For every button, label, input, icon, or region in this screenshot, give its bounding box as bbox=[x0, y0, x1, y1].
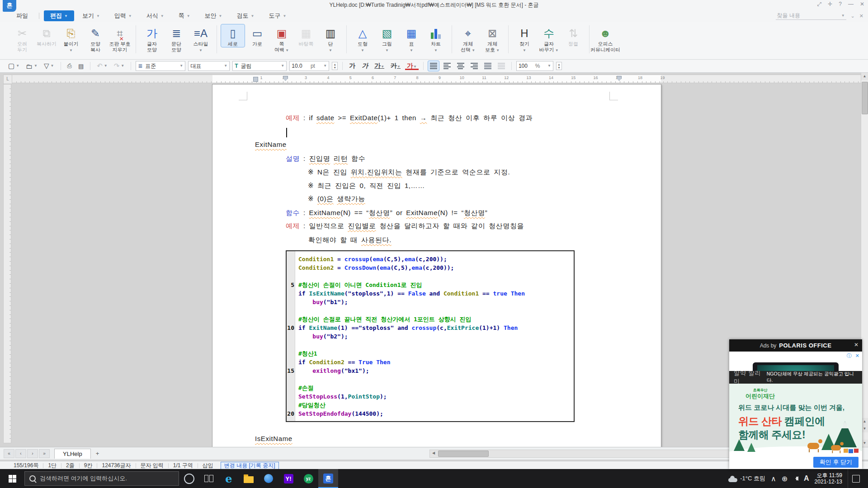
page-portrait-button[interactable]: ▯세로 bbox=[221, 24, 245, 47]
ribbon-collapse-icon[interactable]: ⌄ bbox=[851, 13, 855, 19]
font-size-stepper[interactable]: ▲▼ bbox=[332, 62, 338, 70]
preview-button[interactable]: ▤ bbox=[76, 62, 85, 70]
align-center-button[interactable] bbox=[455, 61, 466, 71]
vertical-scroll-thumb[interactable] bbox=[862, 82, 868, 114]
prev-page-button[interactable]: ▲ bbox=[861, 418, 868, 425]
taskbar-app-file-explorer[interactable] bbox=[239, 469, 259, 488]
start-button[interactable] bbox=[0, 469, 24, 488]
table-button[interactable]: ▦표 ▼ bbox=[400, 24, 423, 53]
first-page-button[interactable]: « bbox=[4, 449, 14, 458]
align-right-button[interactable] bbox=[469, 61, 480, 71]
horizontal-scroll-thumb[interactable] bbox=[438, 450, 489, 457]
last-page-button[interactable]: » bbox=[39, 449, 50, 458]
cut-button[interactable]: ✂오려두기 bbox=[10, 24, 34, 53]
save-button[interactable]: ▽▼ bbox=[42, 61, 56, 71]
menu-item-서식[interactable]: 서식▼ bbox=[140, 10, 170, 21]
menu-item-보안[interactable]: 보안▼ bbox=[198, 10, 229, 21]
undo-button[interactable]: ↶▼ bbox=[95, 61, 109, 71]
italic-button[interactable]: 가 bbox=[360, 62, 370, 70]
copy-format-button[interactable]: ✎모양복사 bbox=[84, 24, 107, 53]
align-left-button[interactable] bbox=[442, 61, 453, 71]
ad-product-image[interactable] bbox=[729, 360, 862, 371]
ad-close-icon[interactable]: ✕ bbox=[854, 342, 859, 348]
bold-button[interactable]: 가 bbox=[347, 62, 357, 70]
document-tab-ylhelp[interactable]: YLHelp bbox=[54, 449, 91, 459]
next-page-button[interactable]: › bbox=[27, 449, 38, 458]
cortana-button[interactable] bbox=[179, 469, 199, 488]
menu-item-검토[interactable]: 검토▼ bbox=[231, 10, 261, 21]
char-shape-button[interactable]: 가글자모양 bbox=[140, 24, 164, 53]
tab-stop-corner[interactable]: L bbox=[3, 75, 12, 84]
help-icon[interactable]: ? bbox=[839, 1, 842, 7]
open-document-button[interactable]: 🗀▼ bbox=[24, 61, 39, 71]
print-button[interactable]: ⎙ bbox=[66, 61, 74, 70]
align-justify-button[interactable] bbox=[428, 61, 439, 71]
menu-item-쪽[interactable]: 쪽▼ bbox=[172, 10, 197, 21]
style-button[interactable]: ≡A스타일 ▼ bbox=[189, 24, 212, 53]
office-communicator-button[interactable]: ☻오피스커뮤니케이터 bbox=[594, 24, 617, 53]
scroll-left-button[interactable]: ◀ bbox=[430, 450, 437, 456]
menu-item-보기[interactable]: 보기▼ bbox=[76, 10, 106, 21]
scroll-up-button[interactable]: ▲ bbox=[861, 73, 868, 80]
add-tab-button[interactable]: + bbox=[93, 449, 103, 458]
confirm-close-button[interactable]: 확인 후 닫기 bbox=[813, 457, 859, 468]
find-button[interactable]: H찾기 ▼ bbox=[513, 24, 536, 53]
strikethrough-button[interactable]: 가▼ bbox=[389, 62, 402, 70]
columns-button[interactable]: ▥단 ▼ bbox=[319, 24, 342, 53]
replace-char-button[interactable]: 수글자바꾸기 ▼ bbox=[537, 24, 561, 53]
hwp-app-logo[interactable]: 흔 bbox=[3, 0, 16, 12]
tray-expand-chevron[interactable]: ∧ bbox=[771, 474, 776, 483]
align-distribute-button[interactable] bbox=[482, 61, 493, 71]
new-document-button[interactable]: ▢▼ bbox=[6, 61, 21, 71]
taskbar-app-hangul[interactable]: 흔 bbox=[318, 469, 338, 488]
minimize-icon[interactable]: — bbox=[848, 1, 854, 7]
taskbar-clock[interactable]: 오후 11:59 2021-12-13 bbox=[815, 472, 842, 485]
background-page-button[interactable]: ▦바탕쪽 bbox=[294, 24, 318, 47]
prev-page-button[interactable]: ‹ bbox=[15, 449, 26, 458]
vertical-ruler[interactable] bbox=[3, 84, 11, 443]
network-icon[interactable]: ⊕ bbox=[782, 474, 788, 483]
document-close-icon[interactable]: ✕ bbox=[859, 13, 863, 19]
font-select[interactable]: T 굴림 ▼ bbox=[232, 61, 287, 71]
font-size-select[interactable]: 10.0 pt ▼ bbox=[289, 61, 329, 71]
shape-button[interactable]: △도형 ▼ bbox=[351, 24, 374, 53]
taskbar-app-yestrader[interactable]: yz bbox=[298, 469, 318, 488]
sort-button[interactable]: ⇅정렬 bbox=[561, 24, 585, 47]
quick-find-input[interactable]: 찾을 내용 ▼ bbox=[776, 12, 846, 20]
underline-button[interactable]: 가▼ bbox=[373, 62, 386, 70]
taskbar-app-yahoo[interactable]: Y! bbox=[278, 469, 298, 488]
action-center-button[interactable] bbox=[848, 469, 863, 488]
code-example-box[interactable]: Condition1 = crossup(ema(C,5),ema(c,200)… bbox=[286, 250, 575, 422]
taskbar-app-edge[interactable]: e bbox=[219, 469, 239, 488]
menu-item-입력[interactable]: 입력▼ bbox=[108, 10, 138, 21]
taskbar-app-browser[interactable] bbox=[259, 469, 278, 488]
paragraph-style-select[interactable]: ≣ 표준 ▼ bbox=[136, 61, 185, 71]
input-language-indicator[interactable]: A bbox=[804, 474, 809, 483]
chevron-down-icon[interactable]: ▼ bbox=[841, 14, 845, 18]
object-protect-button[interactable]: ⊠개체보호 ▼ bbox=[481, 24, 504, 53]
fullscreen-icon[interactable]: ⤢ bbox=[817, 1, 822, 7]
menu-item-편집[interactable]: 편집▼ bbox=[44, 10, 74, 21]
next-page-button[interactable]: ▼ bbox=[861, 425, 868, 432]
change-tracking-status[interactable]: 변경 내용 [기록 중지] bbox=[221, 462, 279, 469]
ad-campaign-banner[interactable]: 초록우산 어린이재단 위드 코로나 시대를 맞는 이번 겨울, 위드 산타 캠페… bbox=[729, 384, 862, 455]
align-divide-button[interactable] bbox=[496, 61, 507, 71]
erase-markup-button[interactable]: ⌗✕조판 부호지우기 bbox=[108, 24, 132, 53]
volume-icon[interactable] bbox=[793, 476, 798, 481]
object-select-button[interactable]: ⌖개체선택 ▼ bbox=[456, 24, 480, 53]
preset-select[interactable]: 대표 ▼ bbox=[188, 61, 230, 71]
font-color-button[interactable]: 가▼ bbox=[405, 62, 419, 70]
menu-item-파일[interactable]: 파일 bbox=[10, 10, 34, 21]
redo-button[interactable]: ↷▼ bbox=[112, 61, 127, 71]
zoom-stepper[interactable]: ▲▼ bbox=[556, 62, 562, 70]
weather-widget[interactable]: -1°C 흐림 bbox=[728, 474, 765, 483]
close-icon[interactable]: ✕ bbox=[860, 1, 864, 7]
first-line-indent-marker[interactable] bbox=[253, 77, 258, 82]
chart-button[interactable]: 차트 ▼ bbox=[424, 24, 448, 53]
ad-info-icon[interactable]: ⓘ bbox=[847, 352, 852, 359]
taskbar-search-input[interactable]: 검색하려면 여기에 입력하십시오. bbox=[24, 471, 179, 486]
page-landscape-button[interactable]: ▭가로 bbox=[245, 24, 269, 47]
document-page[interactable]: 예제 : if sdate >= ExitDate(1)+ 1 then → 최… bbox=[212, 84, 661, 447]
copy-button[interactable]: ⧉복사하기 bbox=[35, 24, 58, 47]
menu-item-도구[interactable]: 도구▼ bbox=[262, 10, 292, 21]
